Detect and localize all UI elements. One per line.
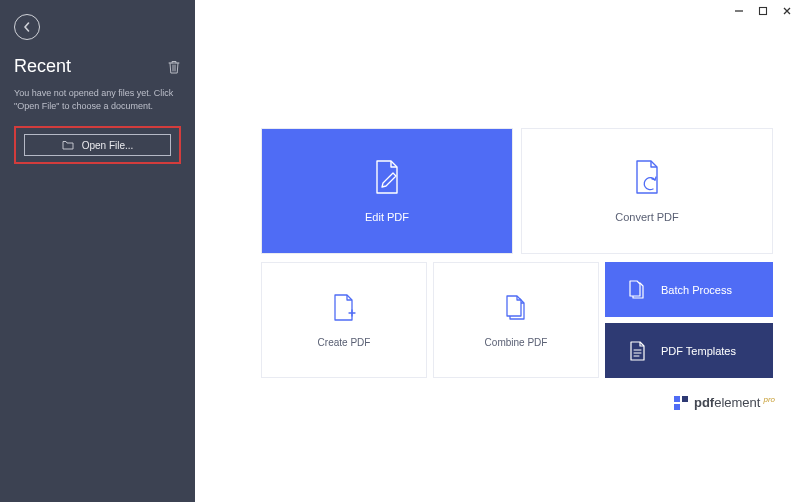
open-file-button[interactable]: Open File... [24,134,171,156]
folder-icon [62,140,74,150]
create-pdf-icon [331,293,357,323]
pdf-templates-tile[interactable]: PDF Templates [605,323,773,378]
convert-pdf-tile[interactable]: Convert PDF [521,128,773,254]
maximize-button[interactable] [756,4,770,18]
main-area: Edit PDF Convert PDF Create PDF Combine … [195,0,800,502]
combine-pdf-tile[interactable]: Combine PDF [433,262,599,378]
brand-logo: pdfelementpro [674,395,775,410]
minimize-button[interactable] [732,4,746,18]
convert-pdf-icon [631,159,663,195]
recent-title: Recent [14,56,71,77]
chevron-left-icon [22,22,32,32]
sidebar: Recent You have not opened any files yet… [0,0,195,502]
batch-process-icon [627,279,647,301]
edit-pdf-tile[interactable]: Edit PDF [261,128,513,254]
home-tiles: Edit PDF Convert PDF Create PDF Combine … [261,128,773,378]
create-pdf-tile[interactable]: Create PDF [261,262,427,378]
close-button[interactable] [780,4,794,18]
svg-rect-0 [760,8,767,15]
create-pdf-label: Create PDF [318,337,371,348]
edit-pdf-icon [371,159,403,195]
open-file-label: Open File... [82,140,134,151]
combine-pdf-label: Combine PDF [485,337,548,348]
batch-process-label: Batch Process [661,284,732,296]
recent-empty-message: You have not opened any files yet. Click… [14,87,181,112]
convert-pdf-label: Convert PDF [615,211,679,223]
combine-pdf-icon [501,293,531,323]
open-file-highlight: Open File... [14,126,181,164]
batch-process-tile[interactable]: Batch Process [605,262,773,317]
brand-name: pdfelementpro [694,395,775,410]
brand-mark-icon [674,396,688,410]
back-button[interactable] [14,14,40,40]
window-controls [732,4,794,18]
trash-icon[interactable] [167,59,181,75]
edit-pdf-label: Edit PDF [365,211,409,223]
pdf-templates-icon [627,340,647,362]
pdf-templates-label: PDF Templates [661,345,736,357]
